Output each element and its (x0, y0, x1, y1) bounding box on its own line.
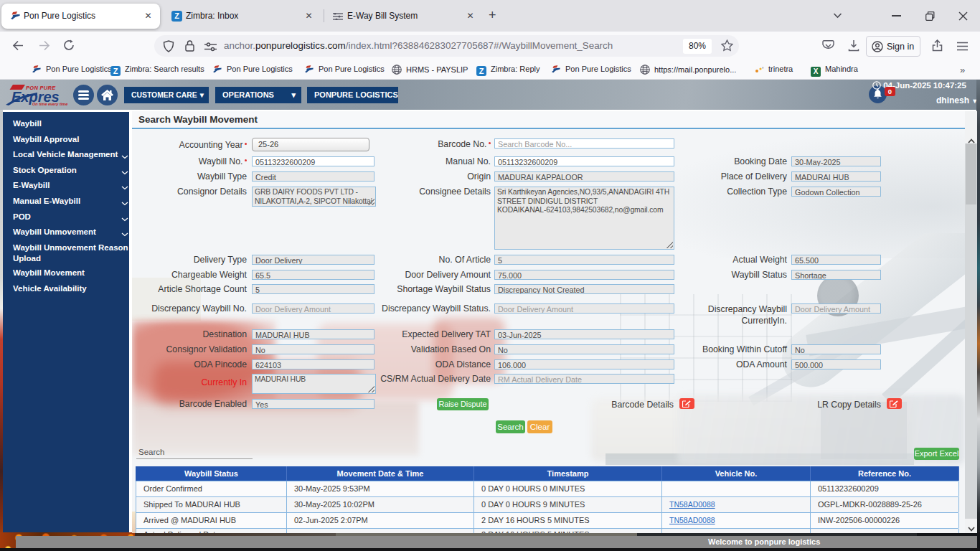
svg-text:On time every time: On time every time (32, 102, 67, 106)
